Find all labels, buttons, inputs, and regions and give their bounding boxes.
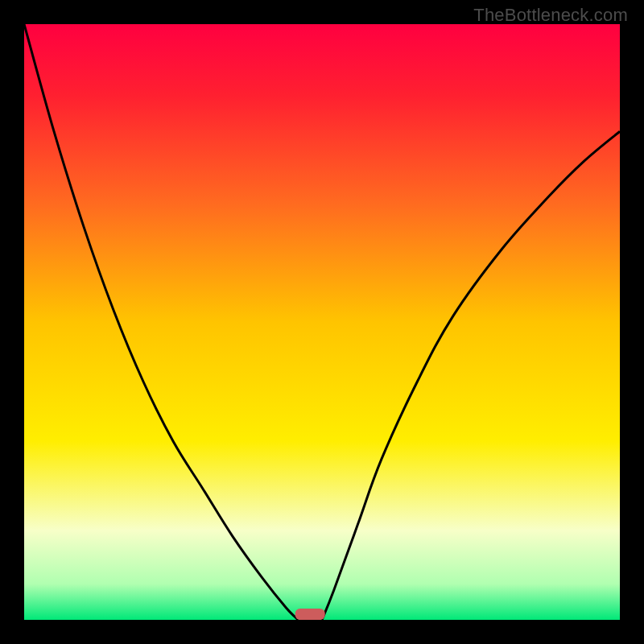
plot-area [24, 24, 620, 620]
watermark-text: TheBottleneck.com [473, 5, 628, 26]
minimum-marker [295, 609, 325, 620]
chart-frame: TheBottleneck.com [0, 0, 644, 644]
gradient-background [24, 24, 620, 620]
bottleneck-curve-chart [24, 24, 620, 620]
